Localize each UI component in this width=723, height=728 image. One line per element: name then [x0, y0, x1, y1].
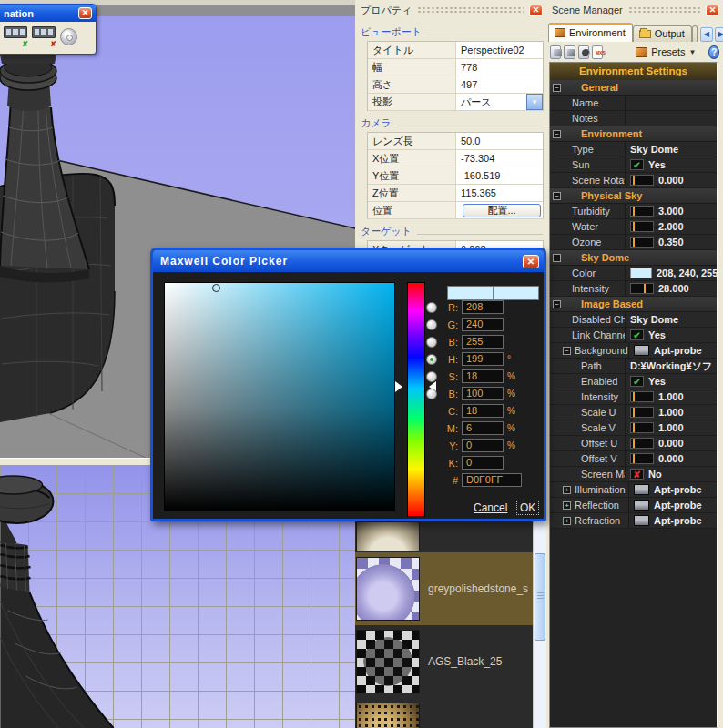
- close-icon[interactable]: ✕: [78, 7, 92, 19]
- texture-thumbnail[interactable]: [634, 515, 649, 526]
- property-value[interactable]: 配置...: [456, 202, 543, 218]
- collapse-icon[interactable]: −: [553, 130, 561, 138]
- collapse-icon[interactable]: −: [563, 347, 571, 355]
- settings-row[interactable]: Notes: [550, 111, 717, 126]
- settings-value[interactable]: Sky Dome: [626, 144, 717, 155]
- disc-icon[interactable]: [60, 28, 77, 46]
- settings-row[interactable]: Link Channel✔Yes: [550, 328, 717, 343]
- settings-value[interactable]: 2.000: [626, 221, 717, 232]
- settings-row[interactable]: +IlluminationApt-probe: [550, 482, 717, 498]
- settings-value[interactable]: D:¥Working¥ソフ: [626, 359, 717, 373]
- property-value[interactable]: 497: [456, 76, 543, 93]
- film-strip-icon[interactable]: ✘: [4, 26, 27, 46]
- scene-manager-titlebar[interactable]: Scene Manager ✕: [546, 0, 723, 20]
- channel-radio[interactable]: [426, 337, 437, 348]
- value-slider[interactable]: [630, 407, 654, 418]
- hue-handle-left[interactable]: [395, 381, 402, 392]
- settings-value[interactable]: Apt-probe: [629, 500, 717, 511]
- help-icon[interactable]: ?: [708, 46, 719, 59]
- color-value-input[interactable]: 100: [462, 387, 504, 400]
- animation-toolbar-titlebar[interactable]: nation ✕: [0, 5, 96, 22]
- settings-row[interactable]: Scale V1.000: [550, 420, 717, 436]
- place-button[interactable]: 配置...: [463, 204, 541, 217]
- settings-row[interactable]: Name: [550, 96, 717, 111]
- settings-row[interactable]: Enabled✔Yes: [550, 374, 717, 389]
- material-row[interactable]: AGS_Black_25: [355, 625, 533, 698]
- pack-icon[interactable]: [578, 46, 589, 59]
- color-value-input[interactable]: D0F0FF: [462, 473, 522, 487]
- settings-value[interactable]: Apt-probe: [629, 484, 717, 495]
- cancel-button[interactable]: Cancel: [474, 501, 507, 514]
- channel-radio[interactable]: [426, 389, 437, 399]
- settings-value[interactable]: ✔Yes: [626, 159, 717, 170]
- settings-row[interactable]: TypeSky Dome: [550, 142, 717, 157]
- color-value-input[interactable]: 0: [462, 456, 504, 470]
- projection-dropdown-icon[interactable]: ▾: [526, 94, 543, 110]
- color-picker-titlebar[interactable]: Maxwell Color Picker ✕: [153, 250, 544, 272]
- collapse-icon[interactable]: −: [553, 84, 561, 92]
- close-icon[interactable]: ✕: [529, 5, 543, 16]
- settings-row[interactable]: PathD:¥Working¥ソフ: [550, 359, 717, 374]
- settings-row[interactable]: Color208, 240, 255: [550, 266, 717, 281]
- settings-value[interactable]: 0.350: [626, 237, 717, 248]
- material-thumbnail[interactable]: [356, 630, 420, 693]
- value-slider[interactable]: [630, 283, 654, 294]
- value-slider[interactable]: [630, 422, 654, 433]
- settings-row[interactable]: Scale U1.000: [550, 405, 717, 420]
- expand-icon[interactable]: +: [563, 486, 571, 494]
- panel-grip[interactable]: [417, 6, 524, 14]
- settings-value[interactable]: ✔Yes: [626, 329, 717, 340]
- panel-grip[interactable]: [628, 6, 700, 14]
- settings-row[interactable]: Sun✔Yes: [550, 157, 717, 173]
- check-no-icon[interactable]: ✘: [630, 469, 644, 480]
- save-icon[interactable]: [550, 46, 561, 59]
- property-value[interactable]: Perspective02: [456, 42, 543, 58]
- expand-icon[interactable]: +: [563, 501, 571, 510]
- color-value-input[interactable]: 0: [462, 439, 504, 452]
- settings-row[interactable]: Turbidity3.000: [550, 204, 717, 219]
- check-yes-icon[interactable]: ✔: [630, 159, 644, 170]
- collapse-icon[interactable]: −: [553, 192, 561, 200]
- color-value-input[interactable]: 18: [462, 369, 504, 383]
- property-value[interactable]: パース▾: [456, 94, 543, 110]
- settings-value[interactable]: 208, 240, 255: [626, 268, 717, 278]
- presets-button[interactable]: Presets ▼: [633, 46, 698, 58]
- color-value-input[interactable]: 255: [462, 335, 504, 349]
- channel-radio[interactable]: [426, 371, 437, 382]
- settings-value[interactable]: Apt-probe: [629, 345, 717, 356]
- settings-value[interactable]: 0.000: [626, 453, 717, 464]
- material-thumbnail[interactable]: [356, 521, 420, 551]
- color-marker[interactable]: [212, 284, 220, 292]
- channel-radio[interactable]: [426, 319, 437, 330]
- settings-row[interactable]: Ozone0.350: [550, 235, 717, 250]
- color-value-input[interactable]: 240: [462, 318, 504, 331]
- material-row[interactable]: greypolishedstone_s: [355, 552, 533, 625]
- settings-row[interactable]: Offset V0.000: [550, 451, 717, 467]
- value-slider[interactable]: [630, 175, 654, 186]
- settings-row[interactable]: Disabled ChaSky Dome: [550, 312, 717, 328]
- settings-row[interactable]: Water2.000: [550, 219, 717, 235]
- color-value-input[interactable]: 208: [462, 300, 504, 314]
- settings-value[interactable]: Sky Dome: [626, 314, 717, 325]
- texture-thumbnail[interactable]: [634, 345, 649, 356]
- settings-value[interactable]: 1.000: [626, 407, 717, 418]
- settings-row[interactable]: +ReflectionApt-probe: [550, 498, 717, 513]
- channel-radio[interactable]: [426, 302, 437, 313]
- value-slider[interactable]: [630, 453, 654, 464]
- settings-value[interactable]: 0.000: [626, 175, 717, 186]
- material-thumbnail[interactable]: [356, 703, 420, 728]
- tab-scroll-left-icon[interactable]: ◀: [700, 27, 713, 42]
- settings-value[interactable]: 1.000: [626, 391, 717, 402]
- scrollbar-thumb[interactable]: [535, 553, 545, 641]
- settings-row[interactable]: Offset U0.000: [550, 436, 717, 451]
- settings-row[interactable]: Intensity28.000: [550, 281, 717, 297]
- settings-value[interactable]: Apt-probe: [629, 515, 717, 526]
- settings-group-header[interactable]: −General: [550, 80, 717, 96]
- material-thumbnail[interactable]: [356, 557, 420, 621]
- saturation-brightness-field[interactable]: [164, 282, 395, 511]
- property-value[interactable]: -160.519: [456, 167, 543, 184]
- value-slider[interactable]: [630, 391, 654, 402]
- color-value-input[interactable]: 6: [462, 421, 504, 435]
- property-value[interactable]: 50.0: [456, 133, 543, 149]
- tab-scroll-right-icon[interactable]: ▶: [715, 27, 723, 42]
